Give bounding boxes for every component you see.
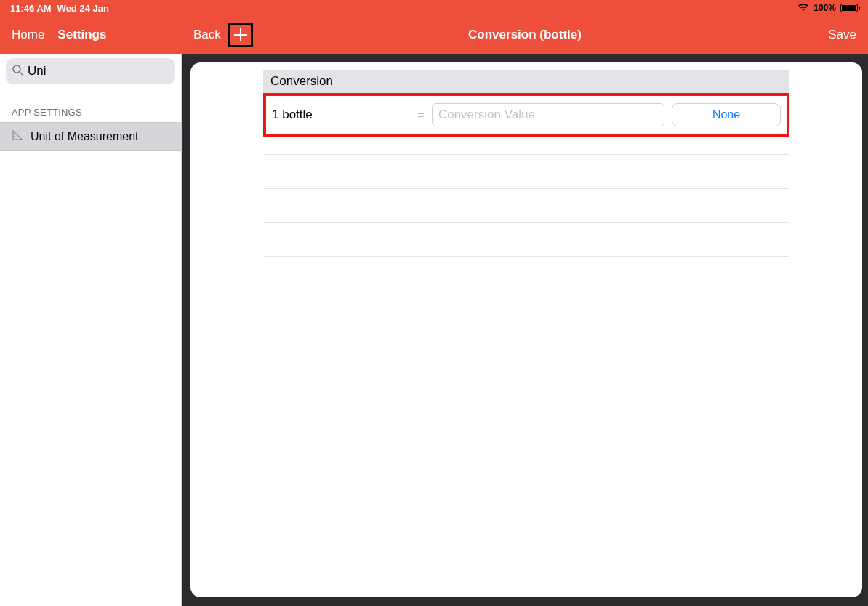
conversion-value-input[interactable] xyxy=(432,103,664,126)
status-bar: 11:46 AM Wed 24 Jan 100% xyxy=(0,0,868,16)
add-button[interactable] xyxy=(228,23,253,47)
search-field[interactable]: ✕ xyxy=(6,58,175,84)
conversion-from-label: 1 bottle xyxy=(272,108,410,122)
save-button[interactable]: Save xyxy=(828,28,856,42)
divider xyxy=(263,222,789,223)
sidebar-item-label: Unit of Measurement xyxy=(31,130,139,143)
group-header-conversion: Conversion xyxy=(263,70,789,93)
ruler-icon xyxy=(12,129,23,144)
divider xyxy=(263,188,789,189)
equals-sign: = xyxy=(417,108,425,122)
sidebar-title: Settings xyxy=(57,28,106,42)
back-button[interactable]: Back xyxy=(193,28,221,42)
plus-icon xyxy=(233,27,249,43)
search-icon xyxy=(12,64,23,78)
divider xyxy=(263,154,789,155)
sidebar-item-unit-of-measurement[interactable]: Unit of Measurement xyxy=(0,122,181,151)
highlighted-conversion-row: 1 bottle = None xyxy=(263,93,789,137)
page-title: Conversion (bottle) xyxy=(468,28,582,42)
status-time: 11:46 AM xyxy=(10,3,52,14)
search-input[interactable] xyxy=(28,64,182,78)
home-button[interactable]: Home xyxy=(12,28,44,42)
battery-icon xyxy=(840,4,858,12)
conversion-row: 1 bottle = None xyxy=(266,99,787,131)
svg-line-1 xyxy=(20,72,23,75)
detail-card: Conversion 1 bottle = None xyxy=(190,62,862,597)
wifi-icon xyxy=(797,3,809,14)
sidebar: ✕ APP SETTINGS Unit of Measurement xyxy=(0,54,182,606)
section-header-app-settings: APP SETTINGS xyxy=(0,89,181,122)
divider xyxy=(263,256,789,257)
conversion-unit-button[interactable]: None xyxy=(672,103,781,126)
battery-percentage: 100% xyxy=(813,3,836,13)
status-date: Wed 24 Jan xyxy=(57,3,109,14)
